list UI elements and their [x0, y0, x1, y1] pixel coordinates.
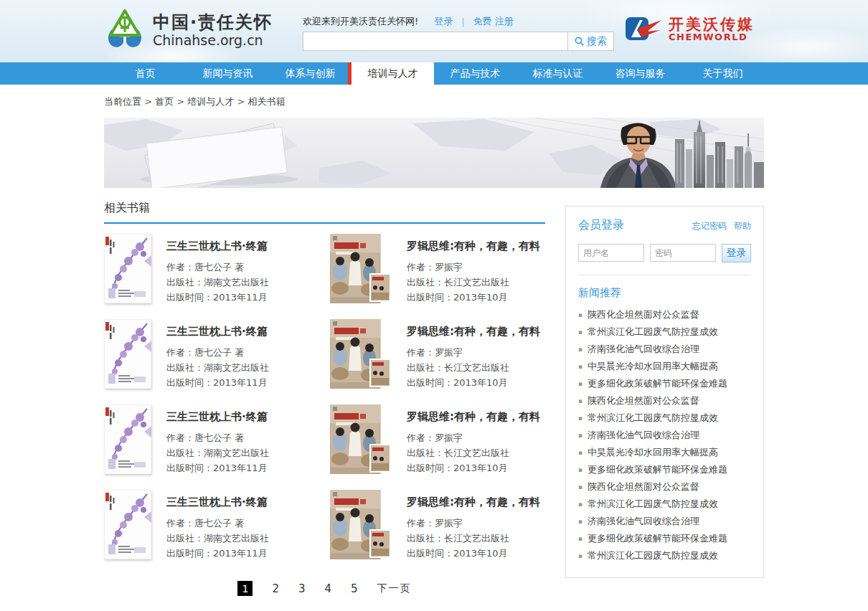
help-link[interactable]: 帮助: [734, 220, 751, 232]
news-list-item[interactable]: ▪济南强化油气回收综合治理: [578, 427, 751, 444]
book-list-item[interactable]: 三生三世枕上书·终篇 作者：唐七公子 著 出版社：湖南文艺出版社 出版时间：20…: [104, 404, 319, 475]
news-list-item[interactable]: ▪陕西化企坦然面对公众监督: [578, 392, 751, 409]
book-title[interactable]: 罗辑思维:有种，有趣，有料: [407, 240, 540, 253]
breadcrumb-link[interactable]: 相关书籍: [234, 96, 285, 107]
bullet-icon: ▪: [578, 380, 582, 387]
news-list-item[interactable]: ▪常州滨江化工园废气防控显成效: [578, 323, 751, 341]
news-item-text: 常州滨江化工园废气防控显成效: [588, 550, 718, 561]
site-domain: Chinahse.org.cn: [153, 32, 273, 48]
news-list-item[interactable]: ▪常州滨江化工园废气防控显成效: [578, 409, 751, 427]
page-number-current[interactable]: 1: [237, 581, 253, 596]
news-list-item[interactable]: ▪更多细化政策破解节能环保金难题: [578, 375, 751, 392]
breadcrumb-link[interactable]: 培训与人才: [174, 96, 234, 107]
news-list-item[interactable]: ▪常州滨江化工园废气防控显成效: [578, 496, 751, 513]
book-date: 出版时间：2013年11月: [166, 375, 269, 390]
page-number[interactable]: 2: [272, 582, 279, 595]
nav-item[interactable]: 关于我们: [681, 62, 764, 85]
book-title[interactable]: 三生三世枕上书·终篇: [166, 496, 269, 509]
news-item-text: 常州滨江化工园废气防控显成效: [588, 412, 718, 423]
book-title[interactable]: 三生三世枕上书·终篇: [166, 325, 269, 338]
book-cover-image: [330, 234, 392, 303]
bullet-icon: ▪: [578, 346, 582, 353]
news-list-item[interactable]: ▪陕西化企坦然面对公众监督: [578, 306, 751, 323]
forgot-password-link[interactable]: 忘记密码: [692, 220, 727, 232]
book-title[interactable]: 罗辑思维:有种，有趣，有料: [407, 496, 540, 509]
news-list-item[interactable]: ▪陕西化企坦然面对公众监督: [578, 478, 751, 496]
book-author: 作者：唐七公子 著: [166, 260, 269, 275]
book-list-item[interactable]: 三生三世枕上书·终篇 作者：唐七公子 著 出版社：湖南文艺出版社 出版时间：20…: [104, 319, 319, 390]
search-button-label: 搜索: [587, 35, 607, 48]
bullet-icon: ▪: [578, 363, 582, 370]
news-list-item[interactable]: ▪中昊晨光冷却水回用率大幅提高: [578, 444, 751, 461]
partner-logo[interactable]: 开美沃传媒 CHEMWORLD: [626, 16, 755, 42]
site-logo[interactable]: 中国·责任关怀 Chinahse.org.cn: [105, 9, 273, 51]
book-title[interactable]: 罗辑思维:有种，有趣，有料: [407, 325, 540, 338]
search-button[interactable]: 搜索: [568, 32, 614, 51]
news-list-item[interactable]: ▪更多细化政策破解节能环保金难题: [578, 461, 751, 478]
bullet-icon: ▪: [578, 466, 582, 473]
nav-item[interactable]: 培训与人才: [352, 62, 434, 85]
nav-item-label: 体系与创新: [286, 67, 336, 80]
book-publisher: 出版社：湖南文艺出版社: [166, 531, 269, 546]
news-item-text: 中昊晨光冷却水回用率大幅提高: [588, 361, 718, 371]
search-icon: [575, 37, 584, 46]
book-list-item[interactable]: 罗辑思维:有种，有趣，有料 作者：罗振宇 出版社：长江文艺出版社 出版时间：20…: [330, 319, 545, 390]
book-author: 作者：罗振宇: [407, 516, 540, 531]
books-section-title: 相关书籍: [104, 201, 545, 224]
next-page-button[interactable]: 下一页: [377, 582, 412, 595]
books-section: 相关书籍: [104, 201, 545, 596]
login-link[interactable]: 登录: [434, 15, 453, 28]
page-number[interactable]: 3: [298, 582, 306, 595]
news-list-item[interactable]: ▪济南强化油气回收综合治理: [578, 513, 751, 530]
news-item-text: 陕西化企坦然面对公众监督: [588, 481, 699, 492]
bullet-icon: ▪: [578, 518, 582, 525]
book-title[interactable]: 三生三世枕上书·终篇: [166, 410, 269, 424]
register-link[interactable]: 免费 注册: [473, 15, 514, 28]
nav-item-label: 关于我们: [703, 67, 743, 80]
news-list-item[interactable]: ▪济南强化油气回收综合治理: [578, 341, 751, 358]
book-cover-image: [330, 319, 392, 389]
book-author: 作者：唐七公子 著: [166, 345, 269, 360]
search-input[interactable]: [303, 32, 568, 51]
main-nav: 首页 新闻与资讯 体系与创新 培训与人才 产品与技术: [0, 62, 868, 85]
news-list-item[interactable]: ▪更多细化政策破解节能环保金难题: [578, 530, 751, 547]
page-number[interactable]: 4: [325, 582, 332, 595]
nav-item-label: 首页: [136, 67, 156, 80]
book-title[interactable]: 罗辑思维:有种，有趣，有料: [407, 410, 540, 424]
news-list-item[interactable]: ▪中昊晨光冷却水回用率大幅提高: [578, 358, 751, 375]
nav-item[interactable]: 首页: [104, 62, 187, 85]
breadcrumb: 当前位置首页培训与人才相关书籍: [104, 85, 764, 118]
site-title: 中国·责任关怀: [153, 12, 273, 32]
book-list-item[interactable]: 罗辑思维:有种，有趣，有料 作者：罗振宇 出版社：长江文艺出版社 出版时间：20…: [330, 490, 545, 561]
welcome-text: 欢迎来到开美沃责任关怀网!: [303, 15, 418, 28]
book-title[interactable]: 三生三世枕上书·终篇: [166, 240, 269, 253]
news-item-text: 更多细化政策破解节能环保金难题: [588, 464, 727, 475]
nav-item[interactable]: 标准与认证: [516, 62, 599, 85]
partner-subtitle: CHEMWORLD: [669, 32, 755, 42]
member-login-title: 会员登录: [578, 218, 624, 233]
book-list-item[interactable]: 罗辑思维:有种，有趣，有料 作者：罗振宇 出版社：长江文艺出版社 出版时间：20…: [330, 234, 545, 305]
book-publisher: 出版社：长江文艺出版社: [407, 360, 540, 375]
page: 中国·责任关怀 Chinahse.org.cn 欢迎来到开美沃责任关怀网! 登录…: [0, 0, 868, 611]
news-section-title: 新闻推荐: [578, 286, 751, 300]
password-input[interactable]: [650, 244, 716, 262]
partner-name: 开美沃传媒: [669, 16, 755, 32]
news-item-text: 济南强化油气回收综合治理: [588, 344, 699, 354]
username-input[interactable]: [578, 244, 644, 262]
nav-item-label: 标准与认证: [533, 67, 583, 80]
nav-item[interactable]: 新闻与资讯: [187, 62, 269, 85]
nav-item[interactable]: 体系与创新: [269, 62, 352, 85]
nav-item[interactable]: 咨询与服务: [599, 62, 681, 85]
news-list-item[interactable]: ▪常州滨江化工园废气防控显成效: [578, 547, 751, 564]
book-list-item[interactable]: 三生三世枕上书·终篇 作者：唐七公子 著 出版社：湖南文艺出版社 出版时间：20…: [104, 490, 319, 561]
book-list-item[interactable]: 罗辑思维:有种，有趣，有料 作者：罗振宇 出版社：长江文艺出版社 出版时间：20…: [330, 404, 545, 475]
nav-item[interactable]: 产品与技术: [434, 62, 516, 85]
login-button[interactable]: 登录: [722, 244, 751, 262]
pagination: 1 2 3 4 5 下一页: [104, 581, 545, 596]
page-number[interactable]: 5: [351, 582, 358, 595]
book-list-item[interactable]: 三生三世枕上书·终篇 作者：唐七公子 著 出版社：湖南文艺出版社 出版时间：20…: [104, 234, 319, 305]
bullet-icon: ▪: [578, 552, 582, 559]
news-item-text: 陕西化企坦然面对公众监督: [588, 395, 699, 406]
breadcrumb-link[interactable]: 首页: [141, 96, 174, 107]
banner-image: [104, 118, 764, 188]
